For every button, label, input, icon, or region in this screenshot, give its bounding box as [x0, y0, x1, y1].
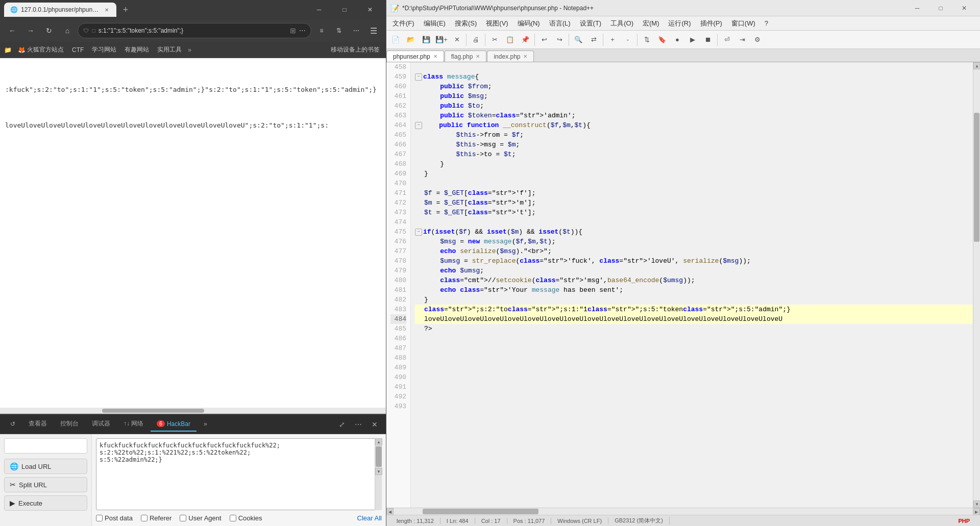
devtools-tab-hackbar[interactable]: 6 HackBar: [151, 417, 197, 432]
bookmark-item-interesting[interactable]: 有趣网站: [122, 44, 151, 55]
toolbar-replace[interactable]: ⇄: [586, 33, 601, 47]
toolbar-wrap[interactable]: ⏎: [720, 33, 734, 47]
new-tab-button[interactable]: +: [118, 3, 133, 17]
content-scrollbar[interactable]: [0, 408, 386, 414]
notepad-hscroll[interactable]: ◀ ▶: [386, 508, 980, 515]
tab-close-button[interactable]: ✕: [104, 6, 110, 14]
vscroll-down[interactable]: ▼: [973, 500, 980, 508]
clear-all-button[interactable]: Clear All: [357, 514, 382, 522]
toolbar-sync[interactable]: ⇅: [640, 33, 654, 47]
toolbar-cut[interactable]: ✂: [487, 33, 502, 47]
notepad-tab-phpunser[interactable]: phpunser.php ✕: [386, 51, 444, 62]
menu-language[interactable]: 语言(L): [545, 17, 575, 30]
menu-macro[interactable]: 宏(M): [639, 17, 664, 30]
more-tools-button[interactable]: ⋯: [348, 22, 364, 39]
toolbar-close[interactable]: ✕: [450, 33, 464, 47]
referer-checkbox-label[interactable]: Referer: [141, 514, 172, 522]
load-url-button[interactable]: 🌐 Load URL: [4, 459, 87, 474]
hscroll-left[interactable]: ◀: [386, 508, 394, 515]
mobile-bookmarks-button[interactable]: 移动设备上的书签: [329, 44, 382, 55]
toolbar-new[interactable]: 📄: [388, 33, 403, 47]
hackbar-textarea[interactable]: [96, 438, 382, 510]
fold-marker-464[interactable]: −: [415, 122, 422, 129]
textarea-scroll-up[interactable]: ▲: [375, 438, 382, 445]
toolbar-save[interactable]: 💾: [419, 33, 433, 47]
menu-help[interactable]: ?: [761, 18, 772, 29]
textarea-scrollbar[interactable]: ▲ ▼: [375, 438, 382, 510]
toolbar-macro[interactable]: ●: [670, 33, 684, 47]
devtools-tab-network[interactable]: ↑↓ 网络: [117, 416, 150, 432]
sync-button[interactable]: ⇅: [331, 22, 347, 39]
phpunser-tab-close[interactable]: ✕: [433, 54, 437, 59]
cookies-checkbox[interactable]: [230, 515, 236, 521]
notepad-close-button[interactable]: ✕: [952, 0, 976, 16]
post-data-checkbox[interactable]: [96, 515, 103, 521]
toolbar-paste[interactable]: 📌: [518, 33, 532, 47]
toolbar-run-macro[interactable]: ▶: [685, 33, 700, 47]
menu-button[interactable]: ☰: [365, 22, 382, 39]
fold-marker-475[interactable]: −: [415, 229, 422, 236]
toolbar-print[interactable]: 🖨: [469, 33, 483, 47]
bookmark-item-ctf[interactable]: CTF: [70, 45, 86, 55]
reading-list-button[interactable]: ≡: [313, 22, 330, 39]
devtools-tab-inspector[interactable]: 查看器: [22, 416, 53, 432]
bookmark-item-tools[interactable]: 实用工具: [155, 44, 184, 55]
vscroll-up[interactable]: ▲: [973, 62, 980, 69]
menu-search[interactable]: 搜索(S): [451, 17, 481, 30]
fold-marker-459[interactable]: −: [415, 73, 422, 81]
toolbar-indent[interactable]: ⇥: [735, 33, 749, 47]
execute-button[interactable]: ▶ Execute: [4, 495, 87, 511]
menu-window[interactable]: 窗口(W): [727, 17, 760, 30]
menu-run[interactable]: 运行(R): [664, 17, 695, 30]
devtools-tab-console[interactable]: 控制台: [54, 416, 85, 432]
devtools-tab-refresh[interactable]: ↺: [4, 417, 21, 432]
browser-close-button[interactable]: ✕: [358, 2, 382, 18]
address-menu-button[interactable]: ···: [299, 26, 306, 35]
reload-button[interactable]: ↻: [41, 22, 57, 39]
user-agent-checkbox[interactable]: [180, 515, 186, 521]
menu-settings[interactable]: 设置(T): [576, 17, 606, 30]
split-url-button[interactable]: ✂ Split URL: [4, 477, 87, 492]
toolbar-zoom-in[interactable]: +: [605, 33, 620, 47]
notepad-tab-flag[interactable]: flag.php ✕: [445, 51, 487, 62]
devtools-tab-more[interactable]: »: [198, 417, 213, 432]
hscroll-track[interactable]: [394, 508, 973, 515]
devtools-tab-debugger[interactable]: 调试器: [86, 416, 116, 432]
notepad-vscroll[interactable]: ▲ ▼: [973, 62, 980, 508]
back-button[interactable]: ←: [4, 22, 20, 39]
referer-checkbox[interactable]: [141, 515, 148, 521]
toolbar-redo[interactable]: ↪: [552, 33, 567, 47]
textarea-scroll-down[interactable]: ▼: [375, 468, 382, 475]
flag-tab-close[interactable]: ✕: [476, 54, 480, 59]
bookmark-item-study[interactable]: 学习网站: [90, 44, 118, 55]
toolbar-stop-macro[interactable]: ⏹: [701, 33, 715, 47]
devtools-expand-button[interactable]: ⤢: [335, 417, 349, 432]
index-tab-close[interactable]: ✕: [523, 54, 527, 59]
notepad-maximize-button[interactable]: □: [929, 0, 952, 16]
home-button[interactable]: ⌂: [59, 22, 76, 39]
menu-plugins[interactable]: 插件(P): [696, 17, 726, 30]
forward-button[interactable]: →: [22, 22, 39, 39]
toolbar-undo[interactable]: ↩: [537, 33, 551, 47]
devtools-more-button[interactable]: ⋯: [351, 417, 365, 432]
menu-edit[interactable]: 编辑(E): [420, 17, 450, 30]
hscroll-right[interactable]: ▶: [973, 508, 980, 515]
menu-view[interactable]: 视图(V): [482, 17, 512, 30]
toolbar-save-all[interactable]: 💾+: [434, 33, 449, 47]
menu-file[interactable]: 文件(F): [388, 17, 419, 30]
toolbar-settings2[interactable]: ⚙: [750, 33, 765, 47]
menu-tools[interactable]: 工具(O): [606, 17, 638, 30]
toolbar-find[interactable]: 🔍: [571, 33, 585, 47]
toolbar-copy[interactable]: 📋: [503, 33, 517, 47]
vscroll-track[interactable]: [973, 69, 980, 500]
toolbar-zoom-out[interactable]: -: [621, 33, 635, 47]
toolbar-bookmark[interactable]: 🔖: [655, 33, 669, 47]
notepad-minimize-button[interactable]: ─: [905, 0, 929, 16]
bookmark-item-foxofficial[interactable]: 🦊 火狐官方站点: [16, 44, 66, 55]
toolbar-open[interactable]: 📂: [404, 33, 418, 47]
browser-minimize-button[interactable]: ─: [307, 2, 331, 18]
browser-tab-active[interactable]: 🌐 127.0.0.1/phpunser/phpunser.ph… ✕: [4, 3, 116, 17]
devtools-close-button[interactable]: ✕: [368, 417, 382, 432]
user-agent-checkbox-label[interactable]: User Agent: [180, 514, 221, 522]
notepad-tab-index[interactable]: index.php ✕: [487, 51, 534, 62]
